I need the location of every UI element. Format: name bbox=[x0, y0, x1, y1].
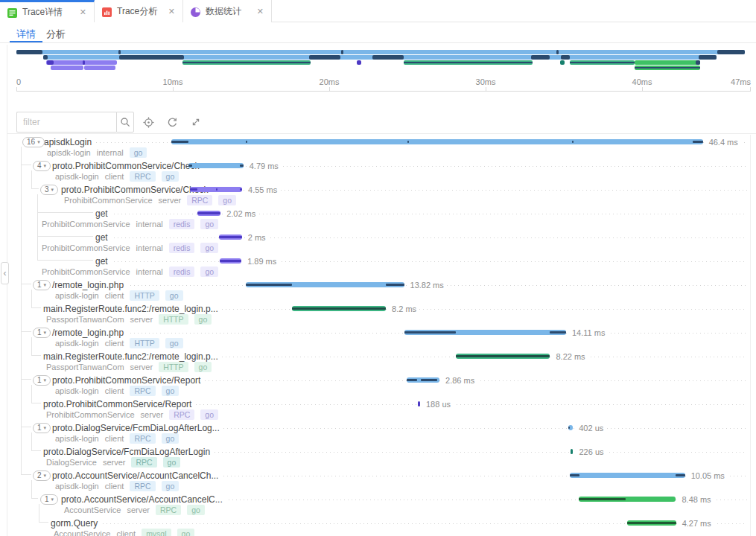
chevron-down-icon: ▾ bbox=[44, 328, 47, 337]
span-row[interactable]: 1▾/remote_login.php13.82 msapisdk-loginc… bbox=[0, 278, 756, 302]
span-kind: client bbox=[116, 529, 136, 536]
dotted-leader bbox=[95, 261, 747, 262]
span-kind: server bbox=[127, 505, 150, 514]
expand-collapse-chip[interactable]: 1▾ bbox=[33, 280, 51, 290]
span-row[interactable]: get1.89 msProhibitCommonServiceinternalr… bbox=[0, 254, 756, 278]
span-row[interactable]: main.RegisterRoute.func2:/remote_login.p… bbox=[0, 349, 756, 373]
service-name: PassportTanwanCom bbox=[46, 315, 124, 324]
span-row[interactable]: main.RegisterRoute.func2:/remote_login.p… bbox=[0, 302, 756, 325]
dotted-leader bbox=[95, 237, 747, 238]
tag-badge: go bbox=[218, 195, 236, 205]
tag-badge: RPC bbox=[130, 386, 155, 396]
chevron-down-icon: ▾ bbox=[44, 162, 47, 170]
trace-viewer-window: Trace详情✕Trace分析✕数据统计✕ 详情分析 010ms20ms30ms… bbox=[0, 0, 756, 536]
span-duration-bar[interactable] bbox=[404, 330, 566, 335]
span-duration-bar[interactable] bbox=[570, 473, 685, 478]
span-row[interactable]: 16▾apisdkLogin46.4 msapisdk-logininterna… bbox=[0, 135, 756, 159]
span-self-time-segment bbox=[627, 522, 676, 524]
span-meta: AccountServiceserverRPCgo bbox=[64, 505, 211, 515]
span-row[interactable]: proto.DialogService/FcmDiaLogAfterLogin2… bbox=[0, 444, 756, 468]
expand-collapse-chip[interactable]: 1▾ bbox=[33, 328, 51, 338]
span-title: proto.DialogService/FcmDiaLogAfterLog... bbox=[52, 423, 223, 433]
span-duration-label: 2 ms bbox=[245, 233, 269, 243]
expand-collapse-chip[interactable]: 1▾ bbox=[33, 423, 51, 433]
expand-collapse-chip[interactable]: 3▾ bbox=[40, 185, 58, 195]
span-duration-bar[interactable] bbox=[407, 377, 439, 383]
span-title: proto.AccountService/AccountCancelC... bbox=[61, 494, 226, 505]
span-row[interactable]: 1▾proto.DialogService/FcmDiaLogAfterLog.… bbox=[0, 421, 756, 444]
span-self-time-segment bbox=[572, 141, 574, 143]
span-self-time-segment bbox=[568, 427, 570, 429]
span-duration-bar[interactable] bbox=[627, 520, 676, 526]
tag-badge: go bbox=[200, 409, 218, 420]
span-row[interactable]: get2.02 msProhibitCommonServiceinternalr… bbox=[0, 206, 756, 230]
dotted-leader bbox=[95, 214, 747, 214]
tag-badge: mysql bbox=[142, 529, 171, 536]
span-self-time-segment bbox=[693, 141, 703, 143]
expand-collapse-chip[interactable]: 2▾ bbox=[33, 470, 51, 481]
span-title: main.RegisterRoute.func2:/remote_login.p… bbox=[43, 351, 222, 362]
span-kind: server bbox=[141, 410, 164, 419]
tag-badge: go bbox=[130, 147, 147, 158]
span-duration-bar[interactable] bbox=[292, 306, 386, 311]
span-title: apisdkLogin bbox=[44, 137, 95, 147]
span-title: proto.AccountService/AccountCancelCh... bbox=[52, 470, 222, 481]
tag-badge: redis bbox=[169, 267, 195, 277]
service-name: DialogService bbox=[46, 458, 97, 467]
span-duration-bar[interactable] bbox=[197, 211, 220, 216]
span-row[interactable]: 2▾proto.AccountService/AccountCancelCh..… bbox=[0, 468, 756, 492]
span-row[interactable]: get2 msProhibitCommonServiceinternalredi… bbox=[0, 230, 756, 254]
service-name: ProhibitCommonService bbox=[46, 410, 135, 419]
span-meta: ProhibitCommonServiceserverRPCgo bbox=[64, 195, 242, 205]
span-title: proto.DialogService/FcmDiaLogAfterLogin bbox=[43, 447, 214, 457]
span-duration-label: 188 us bbox=[423, 400, 454, 409]
service-name: AccountService bbox=[54, 529, 110, 536]
expand-collapse-chip[interactable]: 4▾ bbox=[33, 161, 51, 171]
service-name: ProhibitCommonService bbox=[42, 267, 130, 276]
span-duration-bar[interactable] bbox=[579, 497, 676, 502]
chevron-down-icon: ▾ bbox=[37, 138, 40, 147]
span-row[interactable]: 1▾proto.ProhibitCommonService/Report2.86… bbox=[0, 373, 756, 397]
span-self-time-segment bbox=[550, 331, 566, 334]
span-duration-bar[interactable] bbox=[220, 258, 241, 264]
service-name: apisdk-login bbox=[55, 339, 99, 348]
span-kind: client bbox=[105, 386, 124, 395]
span-duration-bar[interactable] bbox=[456, 354, 550, 359]
span-duration-bar[interactable] bbox=[418, 401, 420, 406]
span-duration-bar[interactable] bbox=[219, 234, 242, 240]
span-row[interactable]: gorm.Query4.27 msAccountServiceclientmys… bbox=[0, 516, 756, 536]
span-duration-bar[interactable] bbox=[190, 187, 242, 192]
chevron-down-icon: ▾ bbox=[44, 281, 47, 290]
tag-badge: redis bbox=[169, 243, 195, 253]
service-name: AccountService bbox=[64, 505, 121, 514]
span-kind: client bbox=[105, 291, 124, 300]
span-row[interactable]: 3▾proto.ProhibitCommonService/Check4.55 … bbox=[0, 182, 756, 206]
span-row[interactable]: proto.ProhibitCommonService/Report188 us… bbox=[0, 397, 756, 421]
span-self-time-segment bbox=[570, 474, 579, 476]
expand-collapse-chip[interactable]: 1▾ bbox=[33, 375, 51, 386]
span-duration-bar[interactable] bbox=[246, 282, 404, 287]
span-meta: ProhibitCommonServiceserverRPCgo bbox=[46, 409, 224, 420]
span-duration-bar[interactable] bbox=[188, 163, 244, 168]
service-name: apisdk-login bbox=[55, 386, 99, 395]
span-duration-bar[interactable] bbox=[568, 425, 573, 430]
child-count: 16 bbox=[27, 138, 35, 147]
tag-badge: go bbox=[162, 171, 180, 182]
span-duration-bar[interactable] bbox=[171, 139, 703, 144]
span-row[interactable]: 4▾proto.ProhibitCommonService/Check4.79 … bbox=[0, 159, 756, 182]
tag-badge: HTTP bbox=[159, 362, 188, 372]
span-row[interactable]: 1▾proto.AccountService/AccountCancelC...… bbox=[0, 492, 756, 516]
span-duration-label: 2.02 ms bbox=[223, 209, 258, 219]
span-row[interactable]: 1▾/remote_login.php14.11 msapisdk-loginc… bbox=[0, 325, 756, 349]
child-count: 1 bbox=[37, 328, 42, 337]
tag-badge: go bbox=[165, 290, 183, 301]
tag-badge: go bbox=[187, 505, 205, 515]
service-name: apisdk-login bbox=[55, 172, 99, 181]
expand-collapse-chip[interactable]: 1▾ bbox=[40, 494, 58, 505]
span-kind: server bbox=[130, 363, 153, 371]
tag-badge: RPC bbox=[156, 505, 181, 515]
tag-badge: go bbox=[200, 267, 218, 277]
span-duration-bar[interactable] bbox=[571, 449, 573, 454]
span-title: get bbox=[95, 208, 112, 219]
expand-collapse-chip[interactable]: 16▾ bbox=[22, 137, 45, 147]
